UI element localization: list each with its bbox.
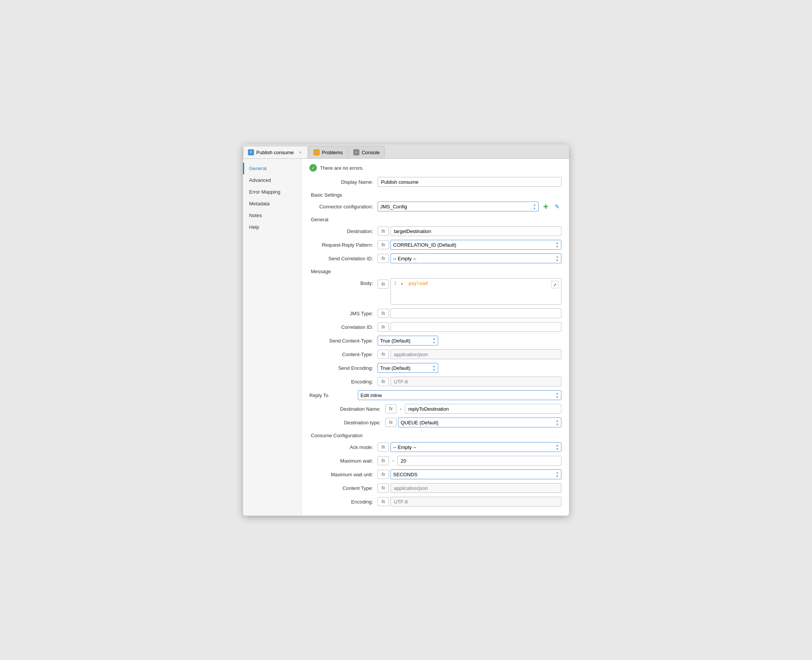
sidebar-item-error-mapping[interactable]: Error Mapping xyxy=(243,186,301,198)
encoding-fx-button[interactable]: fx xyxy=(378,377,389,386)
jms-type-input[interactable] xyxy=(391,308,561,318)
max-wait-label: Maximum wait: xyxy=(309,458,378,464)
content-type2-label: Content Type: xyxy=(309,485,378,491)
ack-mode-fx-button[interactable]: fx xyxy=(378,443,389,452)
destination-name-row: Destination Name: fx ▪ xyxy=(317,404,561,414)
destination-name-label: Destination Name: xyxy=(317,406,385,412)
display-name-label: Display Name: xyxy=(309,179,378,185)
destination-type-arrows: ▲▼ xyxy=(556,419,559,426)
request-reply-select[interactable]: CORRELATION_ID (Default) ▲▼ xyxy=(391,240,561,250)
sidebar-item-general[interactable]: General xyxy=(243,163,301,174)
encoding-label: Encoding: xyxy=(309,379,378,385)
jms-type-label: JMS Type: xyxy=(309,311,378,316)
send-correlation-arrows: ▲▼ xyxy=(556,255,559,262)
request-reply-fx-button[interactable]: fx xyxy=(378,240,389,249)
destination-name-fx-button[interactable]: fx xyxy=(385,404,397,413)
status-message: There are no errors. xyxy=(320,165,364,171)
encoding2-label: Encoding: xyxy=(309,499,378,505)
send-correlation-id-label: Send Correlation ID: xyxy=(309,256,378,262)
encoding-row: Encoding: fx xyxy=(309,377,561,386)
send-encoding-select[interactable]: True (Default) ▲▼ xyxy=(378,363,438,373)
dest-name-type-icon: ▪ xyxy=(398,406,404,411)
sidebar-item-help[interactable]: Help xyxy=(243,221,301,233)
max-wait-input[interactable] xyxy=(397,456,561,466)
reply-to-label: Reply To xyxy=(309,392,355,398)
main-window: P Publish consume × ! Problems > Console… xyxy=(243,144,569,516)
connector-config-row: Connector configuration: JMS_Config ▲▼ ✚… xyxy=(309,201,561,211)
max-wait-type-icon: ▪ xyxy=(391,458,396,463)
code-content: payload xyxy=(408,281,428,286)
connector-config-label: Connector configuration: xyxy=(309,204,378,209)
content-type2-input[interactable] xyxy=(391,483,561,493)
connector-config-select[interactable]: JMS_Config ▲▼ xyxy=(378,201,539,211)
message-section-title: Message xyxy=(309,269,561,274)
connector-config-arrows: ▲▼ xyxy=(533,203,536,210)
connector-add-button[interactable]: ✚ xyxy=(541,202,550,211)
body-fx-button[interactable]: fx xyxy=(378,279,389,289)
destination-row: Destination: fx xyxy=(309,226,561,236)
reply-to-row: Reply To Edit inline ▲▼ xyxy=(309,390,561,400)
send-content-type-arrows: ▲▼ xyxy=(432,337,435,344)
expand-button[interactable]: ⤢ xyxy=(551,281,559,288)
encoding2-row: Encoding: fx xyxy=(309,497,561,506)
line-number: 1 xyxy=(394,281,397,286)
destination-label: Destination: xyxy=(309,228,378,234)
jms-type-fx-button[interactable]: fx xyxy=(378,309,389,318)
correlation-id-row: Correlation ID: fx xyxy=(309,322,561,332)
destination-type-select[interactable]: QUEUE (Default) ▲▼ xyxy=(398,417,561,427)
correlation-id-fx-button[interactable]: fx xyxy=(378,322,389,332)
reply-to-select[interactable]: Edit inline ▲▼ xyxy=(358,390,561,400)
max-wait-unit-select[interactable]: SECONDS ▲▼ xyxy=(391,470,561,479)
content-type2-fx-button[interactable]: fx xyxy=(378,484,389,493)
max-wait-unit-fx-button[interactable]: fx xyxy=(378,470,389,479)
encoding2-input[interactable] xyxy=(391,497,561,506)
correlation-id-input[interactable] xyxy=(391,322,561,332)
send-correlation-fx-button[interactable]: fx xyxy=(378,254,389,263)
basic-settings-title: Basic Settings xyxy=(309,192,561,198)
destination-fx-button[interactable]: fx xyxy=(378,227,389,236)
sidebar-item-advanced[interactable]: Advanced xyxy=(243,174,301,186)
max-wait-unit-row: Maximum wait unit: fx SECONDS ▲▼ xyxy=(309,470,561,479)
display-name-input[interactable] xyxy=(378,177,561,187)
send-correlation-select[interactable]: -- Empty -- ▲▼ xyxy=(391,254,561,263)
tab-problems-label: Problems xyxy=(322,150,343,155)
max-wait-fx-button[interactable]: fx xyxy=(378,456,389,465)
ack-mode-arrows: ▲▼ xyxy=(556,444,559,451)
general-section-title: General xyxy=(309,217,561,222)
connector-edit-button[interactable]: ✎ xyxy=(552,202,561,211)
request-reply-pattern-row: Request-Reply Pattern: fx CORRELATION_ID… xyxy=(309,240,561,250)
tab-console[interactable]: > Console xyxy=(348,146,385,159)
tab-publish-consume-icon: P xyxy=(248,149,254,155)
body-code-area[interactable]: 1 ▪ payload ⤢ xyxy=(391,278,561,305)
content-type-fx-button[interactable]: fx xyxy=(378,350,389,359)
tab-publish-consume-label: Publish consume xyxy=(256,150,294,155)
tab-publish-consume[interactable]: P Publish consume × xyxy=(243,146,308,159)
max-wait-unit-label: Maximum wait unit: xyxy=(309,472,378,478)
encoding2-fx-button[interactable]: fx xyxy=(378,497,389,506)
destination-type-row: Destination type: fx QUEUE (Default) ▲▼ xyxy=(317,417,561,427)
status-bar: ✓ There are no errors. xyxy=(309,164,561,171)
encoding-input[interactable] xyxy=(391,377,561,386)
tab-problems[interactable]: ! Problems xyxy=(308,146,348,159)
content-type-row: Content-Type: fx xyxy=(309,349,561,359)
send-content-type-select[interactable]: True (Default) ▲▼ xyxy=(378,336,438,346)
tab-close-button[interactable]: × xyxy=(297,150,303,155)
body-row: Body: fx 1 ▪ payload ⤢ xyxy=(309,278,561,305)
destination-name-input[interactable] xyxy=(405,404,561,414)
content-type-label: Content-Type: xyxy=(309,352,378,357)
sidebar: General Advanced Error Mapping Metadata … xyxy=(243,159,302,516)
ack-mode-select[interactable]: -- Empty -- ▲▼ xyxy=(391,442,561,452)
destination-type-fx-button[interactable]: fx xyxy=(385,418,397,427)
max-wait-unit-arrows: ▲▼ xyxy=(556,471,559,478)
reply-to-arrows: ▲▼ xyxy=(556,392,559,399)
destination-type-label: Destination type: xyxy=(317,420,385,425)
ack-mode-row: Ack mode: fx -- Empty -- ▲▼ xyxy=(309,442,561,452)
send-content-type-label: Send Content-Type: xyxy=(309,338,378,344)
send-content-type-row: Send Content-Type: True (Default) ▲▼ xyxy=(309,336,561,346)
content-type-input[interactable] xyxy=(391,349,561,359)
destination-input[interactable] xyxy=(391,226,561,236)
sidebar-item-metadata[interactable]: Metadata xyxy=(243,198,301,209)
sidebar-item-notes[interactable]: Notes xyxy=(243,209,301,221)
ack-mode-label: Ack mode: xyxy=(309,444,378,450)
status-ok-icon: ✓ xyxy=(309,164,317,171)
